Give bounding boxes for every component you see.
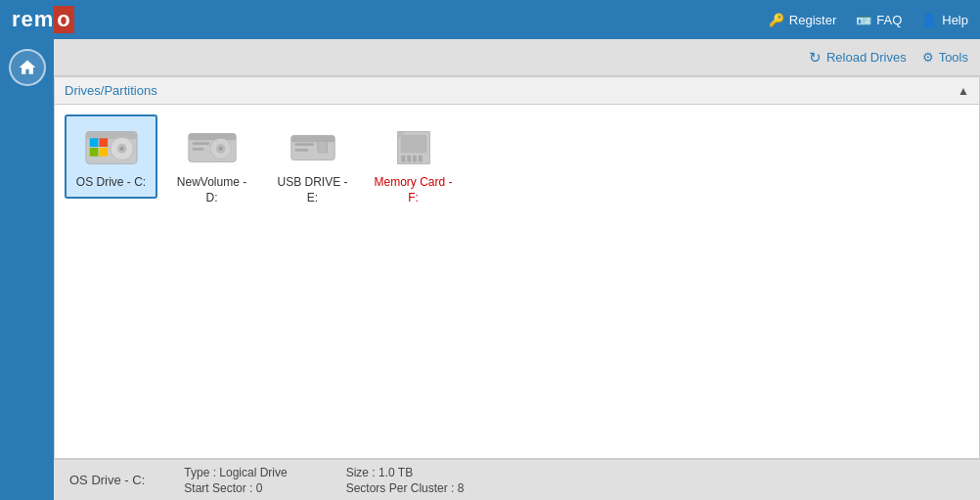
svg-rect-27 bbox=[401, 135, 425, 152]
logo: remo bbox=[12, 6, 74, 33]
status-drive-name: OS Drive - C: bbox=[69, 473, 145, 487]
svg-rect-18 bbox=[294, 143, 313, 146]
document-icon: 🪪 bbox=[856, 13, 871, 27]
status-left-col: Type : Logical Drive Start Sector : 0 bbox=[184, 466, 287, 495]
drive-item-newvolume[interactable]: NewVolume - D: bbox=[165, 114, 258, 213]
content-wrapper: ↻ Reload Drives ⚙ Tools Drives/Partition… bbox=[54, 39, 980, 500]
toolbar: ↻ Reload Drives ⚙ Tools bbox=[54, 39, 980, 76]
svg-rect-8 bbox=[99, 148, 108, 157]
collapse-button[interactable]: ▲ bbox=[958, 84, 969, 98]
svg-rect-26 bbox=[418, 156, 422, 162]
memory-drive-label: Memory Card -F: bbox=[374, 175, 452, 205]
usb-drive-icon bbox=[284, 122, 342, 171]
svg-rect-14 bbox=[192, 142, 208, 145]
logo-prefix: rem bbox=[12, 7, 54, 31]
home-button[interactable] bbox=[9, 49, 46, 86]
status-bar: OS Drive - C: Type : Logical Drive Start… bbox=[54, 459, 980, 500]
svg-rect-25 bbox=[413, 156, 417, 162]
svg-rect-7 bbox=[89, 148, 98, 157]
svg-rect-6 bbox=[99, 138, 108, 147]
svg-point-13 bbox=[218, 147, 222, 151]
header: remo 🔑 Register 🪪 FAQ 👤 Help bbox=[0, 0, 980, 39]
status-details: Type : Logical Drive Start Sector : 0 Si… bbox=[184, 466, 464, 495]
tools-button[interactable]: ⚙ Tools bbox=[922, 50, 968, 65]
header-nav: 🔑 Register 🪪 FAQ 👤 Help bbox=[769, 13, 968, 27]
help-nav-item[interactable]: 👤 Help bbox=[921, 13, 968, 27]
help-label: Help bbox=[942, 13, 968, 27]
newvolume-drive-label: NewVolume - D: bbox=[171, 175, 252, 205]
os-drive-label: OS Drive - C: bbox=[76, 175, 146, 191]
drive-item-memory[interactable]: Memory Card -F: bbox=[367, 114, 460, 213]
logo-suffix: o bbox=[54, 6, 73, 33]
drive-item-os[interactable]: OS Drive - C: bbox=[65, 114, 157, 199]
svg-rect-10 bbox=[188, 133, 235, 140]
key-icon: 🔑 bbox=[769, 13, 784, 27]
person-icon: 👤 bbox=[921, 13, 937, 27]
register-label: Register bbox=[789, 13, 836, 27]
newvolume-drive-icon bbox=[183, 122, 242, 171]
status-sectors-per-cluster: Sectors Per Cluster : 8 bbox=[346, 481, 465, 495]
status-start-sector: Start Sector : 0 bbox=[184, 481, 287, 495]
status-size: Size : 1.0 TB bbox=[346, 466, 465, 479]
drive-item-usb[interactable]: USB DRIVE - E: bbox=[266, 114, 359, 213]
faq-nav-item[interactable]: 🪪 FAQ bbox=[856, 13, 902, 27]
svg-rect-1 bbox=[85, 132, 136, 140]
drives-content: OS Drive - C: bbox=[55, 105, 979, 458]
status-type: Type : Logical Drive bbox=[184, 466, 287, 479]
memory-drive-icon bbox=[384, 122, 443, 171]
tools-label: Tools bbox=[939, 50, 968, 65]
svg-rect-17 bbox=[290, 135, 334, 142]
drives-panel: Drives/Partitions ▲ bbox=[54, 76, 980, 459]
home-icon bbox=[18, 58, 37, 77]
svg-rect-15 bbox=[192, 148, 203, 151]
faq-label: FAQ bbox=[876, 13, 902, 27]
status-right-col: Size : 1.0 TB Sectors Per Cluster : 8 bbox=[346, 466, 465, 495]
os-drive-icon bbox=[82, 122, 141, 171]
svg-rect-23 bbox=[401, 156, 405, 162]
drives-title: Drives/Partitions bbox=[65, 83, 157, 98]
svg-point-4 bbox=[119, 147, 123, 151]
svg-rect-19 bbox=[294, 149, 308, 152]
svg-rect-20 bbox=[317, 141, 327, 153]
svg-rect-24 bbox=[407, 156, 411, 162]
logo-text: remo bbox=[12, 6, 74, 33]
main-container: ↻ Reload Drives ⚙ Tools Drives/Partition… bbox=[0, 39, 980, 500]
sidebar bbox=[0, 39, 54, 500]
register-nav-item[interactable]: 🔑 Register bbox=[769, 13, 836, 27]
usb-drive-label: USB DRIVE - E: bbox=[272, 175, 353, 205]
drives-header: Drives/Partitions ▲ bbox=[55, 77, 979, 105]
reload-icon: ↻ bbox=[809, 49, 822, 67]
reload-drives-label: Reload Drives bbox=[826, 50, 907, 65]
svg-rect-5 bbox=[89, 138, 98, 147]
gear-icon: ⚙ bbox=[922, 50, 934, 65]
reload-drives-button[interactable]: ↻ Reload Drives bbox=[809, 49, 907, 67]
